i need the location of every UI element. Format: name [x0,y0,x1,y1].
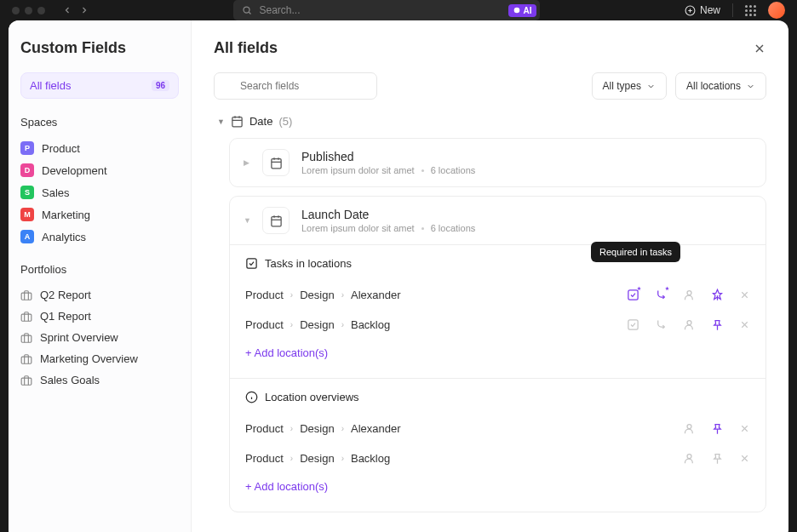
remove-icon[interactable] [739,319,750,330]
sidebar-title: Custom Fields [20,39,179,57]
main-content: All fields All types All loc [192,20,788,532]
remove-icon[interactable] [739,453,750,464]
caret-down-icon: ▼ [217,117,225,126]
sidebar-space-development[interactable]: DDevelopment [20,159,179,181]
svg-point-34 [687,321,691,325]
maximize-window[interactable] [37,7,45,14]
user-icon[interactable] [683,422,696,435]
sidebar-portfolio-item[interactable]: Sprint Overview [20,327,179,348]
svg-rect-8 [21,335,32,342]
breadcrumb[interactable]: Product› Design› Backlog [245,318,627,331]
briefcase-icon [20,353,32,365]
svg-point-29 [687,291,691,295]
space-badge: M [20,208,34,221]
tooltip: Required in tasks [591,242,680,262]
close-window[interactable] [12,7,20,14]
user-icon[interactable] [683,318,696,331]
search-fields-input[interactable] [214,72,377,100]
field-group-header[interactable]: ▼ Date (5) [217,115,766,128]
user-avatar[interactable] [768,2,785,19]
sidebar-portfolio-item[interactable]: Q2 Report [20,284,179,306]
page-title: All fields [214,39,278,57]
sidebar-portfolio-item[interactable]: Sales Goals [20,369,179,391]
remove-icon[interactable] [739,423,750,434]
space-badge: S [20,186,34,199]
apps-grid-icon[interactable] [745,5,756,16]
field-card-launch-date: ▼ Launch Date Lorem ipsum dolor sit amet… [229,196,766,512]
filter-locations-dropdown[interactable]: All locations [675,72,766,100]
info-icon [245,391,258,403]
calendar-icon [262,207,290,234]
sidebar-space-analytics[interactable]: AAnalytics [20,226,179,248]
field-count-badge: 96 [152,80,169,91]
required-subtasks-icon[interactable] [655,289,668,301]
location-row: Product› Design› Alexander [245,280,750,310]
sidebar-portfolio-item[interactable]: Q1 Report [20,306,179,327]
user-icon[interactable] [683,452,696,465]
svg-point-2 [514,8,520,14]
breadcrumb[interactable]: Product› Design› Alexander [245,289,627,301]
sidebar-space-marketing[interactable]: MMarketing [20,203,179,226]
required-subtasks-icon[interactable] [655,318,668,331]
topbar: Search... AI New [0,0,797,20]
user-icon[interactable] [683,289,696,301]
search-placeholder: Search... [259,4,300,16]
svg-rect-7 [21,314,32,321]
add-location-link[interactable]: + Add location(s) [245,340,328,366]
briefcase-icon [20,332,32,344]
sidebar-space-product[interactable]: PProduct [20,137,179,159]
sidebar-space-sales[interactable]: SSales [20,181,179,203]
svg-point-0 [244,7,249,13]
nav-back-button[interactable] [62,5,72,15]
space-badge: P [20,141,34,155]
location-row: Product› Design› Backlog [245,443,750,473]
breadcrumb[interactable]: Product› Design› Backlog [245,452,683,465]
svg-line-1 [249,12,251,14]
svg-rect-15 [232,117,242,127]
pin-icon[interactable] [711,422,724,435]
search-icon [242,5,252,15]
svg-rect-19 [271,158,280,168]
location-row: Product› Design› Backlog [245,310,750,340]
close-button[interactable] [753,42,766,55]
overviews-header: Location overviews [265,391,359,403]
collapse-caret[interactable]: ▼ [244,216,250,225]
filter-types-dropdown[interactable]: All types [592,72,667,100]
checkbox-icon [245,257,258,270]
add-location-link[interactable]: + Add location(s) [245,473,328,500]
svg-rect-23 [271,216,280,226]
minimize-window[interactable] [25,7,32,14]
nav-forward-button[interactable] [79,5,89,15]
svg-rect-6 [21,293,32,300]
tasks-header: Tasks in locations [265,257,352,270]
calendar-icon [262,149,290,176]
field-name: Launch Date [301,208,752,221]
svg-rect-33 [628,320,638,329]
briefcase-icon [20,375,32,386]
briefcase-icon [20,311,32,323]
briefcase-icon [20,289,32,301]
svg-rect-9 [21,357,32,363]
required-tasks-icon[interactable] [627,289,639,301]
required-tasks-icon[interactable] [627,318,639,331]
expand-caret[interactable]: ▶ [244,158,250,167]
field-name: Published [301,150,752,163]
field-row[interactable]: ▼ Launch Date Lorem ipsum dolor sit amet… [230,197,765,244]
svg-point-41 [687,425,691,429]
ai-badge[interactable]: AI [508,4,536,17]
field-row[interactable]: ▶ Published Lorem ipsum dolor sit amet 6… [230,139,765,186]
spaces-header: Spaces [20,116,179,129]
svg-point-45 [687,455,691,459]
breadcrumb[interactable]: Product› Design› Alexander [245,422,683,435]
pin-icon[interactable] [711,318,724,331]
chevron-down-icon [746,82,755,91]
pin-icon[interactable] [711,289,724,301]
portfolios-header: Portfolios [20,263,179,276]
sidebar-portfolio-item[interactable]: Marketing Overview [20,348,179,369]
svg-rect-10 [21,378,32,385]
remove-icon[interactable] [739,289,750,300]
new-button[interactable]: New [685,4,720,16]
sidebar-all-fields[interactable]: All fields 96 [20,72,179,99]
global-search[interactable]: Search... AI [233,0,540,20]
pin-icon[interactable] [711,452,724,465]
